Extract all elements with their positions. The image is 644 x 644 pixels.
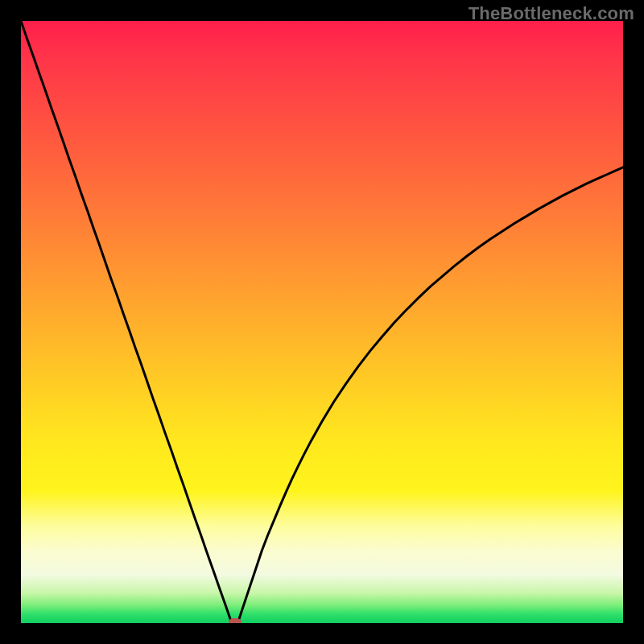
watermark-text: TheBottleneck.com xyxy=(469,3,634,24)
minimum-marker xyxy=(229,618,242,623)
chart-frame: TheBottleneck.com xyxy=(0,0,644,644)
bottleneck-curve xyxy=(21,21,623,623)
plot-area xyxy=(21,21,623,623)
